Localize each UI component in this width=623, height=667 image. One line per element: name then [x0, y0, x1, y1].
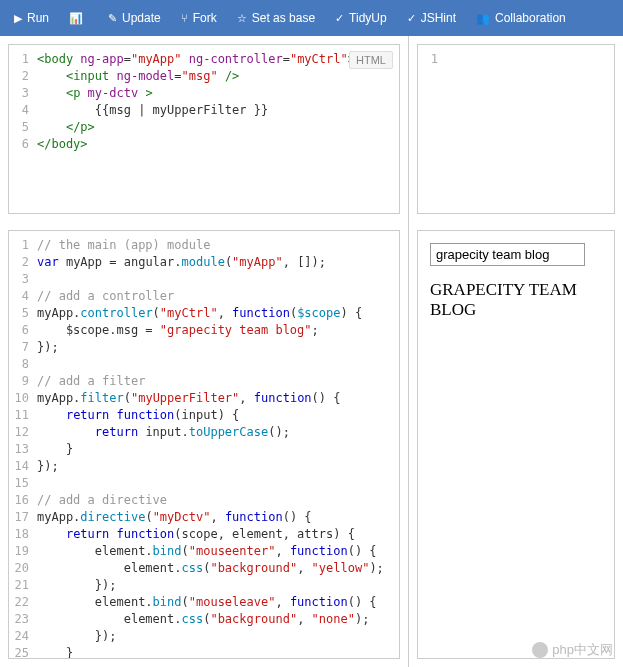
- code-content: });: [37, 577, 116, 594]
- line-number: 10: [9, 390, 37, 407]
- code-line[interactable]: 24 });: [9, 628, 399, 645]
- line-number: 5: [9, 119, 37, 136]
- line-number: 7: [9, 339, 37, 356]
- setbase-button[interactable]: ☆Set as base: [227, 0, 325, 36]
- tidyup-button[interactable]: ✓TidyUp: [325, 0, 397, 36]
- line-number: 1: [9, 51, 37, 68]
- code-line[interactable]: 14});: [9, 458, 399, 475]
- line-number: 4: [9, 102, 37, 119]
- collaboration-button-icon: 👥: [476, 12, 490, 25]
- line-number: 1: [9, 237, 37, 254]
- line-number: 4: [9, 288, 37, 305]
- code-content: element.css("background", "none");: [37, 611, 369, 628]
- code-line[interactable]: 20 element.css("background", "yellow");: [9, 560, 399, 577]
- js-pane[interactable]: 1// the main (app) module2var myApp = an…: [8, 230, 400, 659]
- line-number: 9: [9, 373, 37, 390]
- code-line[interactable]: 12 return input.toUpperCase();: [9, 424, 399, 441]
- code-content: // add a directive: [37, 492, 167, 509]
- code-content: return function(scope, element, attrs) {: [37, 526, 355, 543]
- run-button-icon: ▶: [14, 12, 22, 25]
- line-number: 15: [9, 475, 37, 492]
- code-line[interactable]: 15: [9, 475, 399, 492]
- run-button[interactable]: ▶Run: [4, 0, 59, 36]
- code-line[interactable]: 3: [9, 271, 399, 288]
- setbase-button-label: Set as base: [252, 11, 315, 25]
- code-line[interactable]: 17myApp.directive("myDctv", function() {: [9, 509, 399, 526]
- code-line[interactable]: 5 </p>: [9, 119, 399, 136]
- line-number: 25: [9, 645, 37, 659]
- code-line[interactable]: 10myApp.filter("myUpperFilter", function…: [9, 390, 399, 407]
- code-content: element.bind("mouseleave", function() {: [37, 594, 377, 611]
- line-number: 17: [9, 509, 37, 526]
- code-content: }: [37, 441, 73, 458]
- code-line[interactable]: 16// add a directive: [9, 492, 399, 509]
- watermark: php中文网: [532, 641, 613, 659]
- line-number: 12: [9, 424, 37, 441]
- code-content: <body ng-app="myApp" ng-controller="myCt…: [37, 51, 355, 68]
- code-content: return input.toUpperCase();: [37, 424, 290, 441]
- result-input[interactable]: [430, 243, 585, 266]
- watermark-icon: [532, 642, 548, 658]
- code-content: myApp.controller("myCtrl", function($sco…: [37, 305, 362, 322]
- right-column: 1 GRAPECITY TEAM BLOG: [408, 36, 623, 667]
- line-number: 3: [9, 271, 37, 288]
- code-line[interactable]: 23 element.css("background", "none");: [9, 611, 399, 628]
- line-number: 6: [9, 322, 37, 339]
- code-line[interactable]: 25 }: [9, 645, 399, 659]
- code-content: myApp.directive("myDctv", function() {: [37, 509, 312, 526]
- code-line[interactable]: 19 element.bind("mouseenter", function()…: [9, 543, 399, 560]
- code-line[interactable]: 13 }: [9, 441, 399, 458]
- code-content: element.css("background", "yellow");: [37, 560, 384, 577]
- js-code[interactable]: 1// the main (app) module2var myApp = an…: [9, 231, 399, 659]
- line-number: 3: [9, 85, 37, 102]
- fork-button[interactable]: ⑂Fork: [171, 0, 227, 36]
- code-content: $scope.msg = "grapecity team blog";: [37, 322, 319, 339]
- update-button-icon: ✎: [108, 12, 117, 25]
- code-line[interactable]: 2 <input ng-model="msg" />: [9, 68, 399, 85]
- collaboration-button[interactable]: 👥Collaboration: [466, 0, 576, 36]
- code-line[interactable]: 4 {{msg | myUpperFilter }}: [9, 102, 399, 119]
- line-number: 11: [9, 407, 37, 424]
- code-line[interactable]: 5myApp.controller("myCtrl", function($sc…: [9, 305, 399, 322]
- code-line[interactable]: 9// add a filter: [9, 373, 399, 390]
- line-number: 24: [9, 628, 37, 645]
- code-content: // add a filter: [37, 373, 145, 390]
- css-pane[interactable]: 1: [417, 44, 615, 214]
- html-pane[interactable]: HTML 1<body ng-app="myApp" ng-controller…: [8, 44, 400, 214]
- line-number: 2: [9, 68, 37, 85]
- line-number: 20: [9, 560, 37, 577]
- code-line[interactable]: 4// add a controller: [9, 288, 399, 305]
- toolbar: ▶Run📊✎Update⑂Fork☆Set as base✓TidyUp✓JSH…: [0, 0, 623, 36]
- code-line[interactable]: 21 });: [9, 577, 399, 594]
- html-code[interactable]: 1<body ng-app="myApp" ng-controller="myC…: [9, 45, 399, 159]
- code-content: var myApp = angular.module("myApp", []);: [37, 254, 326, 271]
- line-number: 21: [9, 577, 37, 594]
- line-number: 8: [9, 356, 37, 373]
- code-line[interactable]: 7});: [9, 339, 399, 356]
- code-line[interactable]: 1// the main (app) module: [9, 237, 399, 254]
- jshint-button[interactable]: ✓JSHint: [397, 0, 466, 36]
- code-line[interactable]: 8: [9, 356, 399, 373]
- stats-button[interactable]: 📊: [59, 0, 98, 36]
- css-code[interactable]: 1: [418, 45, 614, 74]
- watermark-text: php中文网: [552, 641, 613, 659]
- update-button[interactable]: ✎Update: [98, 0, 171, 36]
- line-number: 14: [9, 458, 37, 475]
- jshint-button-label: JSHint: [421, 11, 456, 25]
- code-line[interactable]: 22 element.bind("mouseleave", function()…: [9, 594, 399, 611]
- fork-button-icon: ⑂: [181, 12, 188, 24]
- code-line[interactable]: 2var myApp = angular.module("myApp", [])…: [9, 254, 399, 271]
- code-content: });: [37, 339, 59, 356]
- code-content: myApp.filter("myUpperFilter", function()…: [37, 390, 340, 407]
- run-button-label: Run: [27, 11, 49, 25]
- code-line[interactable]: 3 <p my-dctv >: [9, 85, 399, 102]
- code-content: });: [37, 628, 116, 645]
- jshint-button-icon: ✓: [407, 12, 416, 25]
- code-line[interactable]: 6</body>: [9, 136, 399, 153]
- code-line[interactable]: 11 return function(input) {: [9, 407, 399, 424]
- code-line[interactable]: 6 $scope.msg = "grapecity team blog";: [9, 322, 399, 339]
- code-content: return function(input) {: [37, 407, 239, 424]
- code-line[interactable]: 1<body ng-app="myApp" ng-controller="myC…: [9, 51, 399, 68]
- html-badge: HTML: [349, 51, 393, 69]
- code-line[interactable]: 18 return function(scope, element, attrs…: [9, 526, 399, 543]
